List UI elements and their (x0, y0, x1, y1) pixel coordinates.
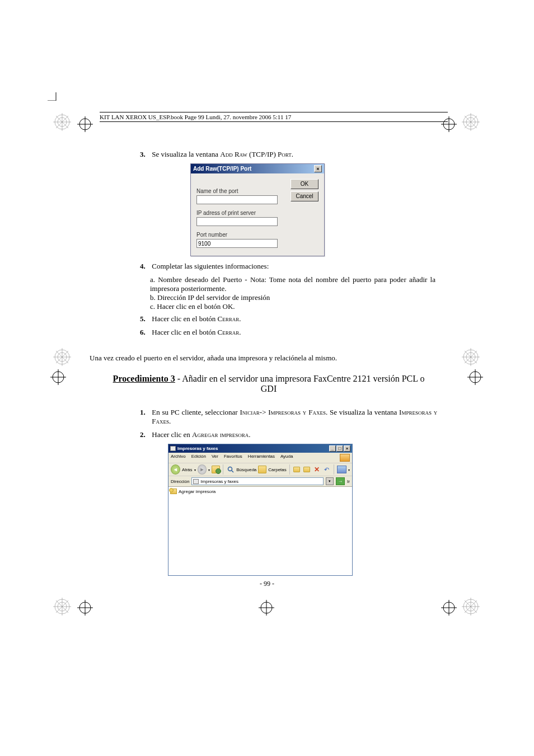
input-port-number[interactable] (196, 239, 278, 248)
dialog-title-text: Add Raw(TCP/IP) Port (193, 166, 251, 172)
window-body: Agregar impresora (168, 487, 352, 575)
up-folder-icon[interactable] (212, 466, 220, 473)
step-4b: b. Dirección IP del servidor de impresió… (150, 293, 435, 302)
add-printer-label: Agregar impresora (179, 489, 216, 494)
window-title-text: Impresoras y faxes (177, 446, 218, 451)
undo-icon[interactable]: ↶ (322, 466, 331, 473)
register-mark-icon (52, 597, 72, 617)
back-button[interactable]: ◄ (171, 464, 180, 475)
copy-to-icon[interactable] (303, 466, 311, 473)
proc3-step-2: 2. Hacer clic en Agregar impresora. (140, 430, 448, 439)
maximize-icon[interactable]: □ (336, 445, 343, 452)
add-printer-icon (170, 489, 177, 494)
menu-ver[interactable]: Ver (212, 454, 218, 462)
step-number: 3. (140, 150, 150, 159)
menu-bar: Archivo Edición Ver Favoritos Herramient… (168, 453, 352, 463)
address-value: Impresoras y faxes (200, 479, 238, 484)
step-text: Se visualiza la ventana Add Raw (TCP/IP)… (152, 150, 437, 159)
printer-icon (193, 479, 199, 484)
folders-icon[interactable] (258, 466, 266, 473)
svg-line-60 (232, 471, 233, 472)
crosshair-mark-icon (259, 600, 274, 616)
step-4a: a. Nombre deseado del Puerto - Nota: Tom… (150, 275, 435, 293)
procedimiento-3-heading: Procedimiento 3 - Añadir en el servidor … (112, 374, 425, 394)
add-printer-item[interactable]: Agregar impresora (170, 489, 350, 494)
toolbar: ◄ Atrás ▾ ► ▾ Búsqueda Carpetas ✕ ↶ ▾ (168, 463, 352, 476)
mid-paragraph: Una vez creado el puerto en el servidor,… (90, 354, 448, 363)
menu-ayuda[interactable]: Ayuda (280, 454, 293, 462)
address-dropdown-icon[interactable]: ▾ (326, 477, 334, 485)
windows-logo-icon (340, 454, 350, 462)
step-text: En su PC cliente, seleccionar Iniciar-> … (152, 408, 437, 426)
move-to-icon[interactable] (293, 466, 301, 473)
address-label: Dirección (171, 479, 189, 484)
printers-faxes-window: Impresoras y faxes _ □ × Archivo Edición… (168, 444, 353, 576)
dialog-titlebar: Add Raw(TCP/IP) Port × (191, 164, 324, 173)
step-6: 6. Hacer clic en el botón Cerrar. (140, 328, 448, 337)
crosshair-mark-icon (441, 600, 457, 616)
step-number: 5. (140, 314, 150, 323)
minimize-icon[interactable]: _ (329, 445, 336, 452)
address-bar: Dirección Impresoras y faxes ▾ → Ir (168, 476, 352, 487)
page-number: - 99 - (0, 580, 534, 588)
step-text: Hacer clic en el botón Cerrar. (152, 314, 437, 323)
svg-point-59 (228, 467, 232, 471)
register-mark-icon (461, 112, 481, 132)
go-label: Ir (347, 479, 350, 484)
window-titlebar: Impresoras y faxes _ □ × (168, 444, 352, 453)
search-label: Búsqueda (236, 467, 256, 472)
delete-icon[interactable]: ✕ (312, 466, 321, 473)
folders-label: Carpetas (268, 467, 286, 472)
printer-icon (170, 446, 176, 451)
menu-archivo[interactable]: Archivo (171, 454, 186, 462)
close-icon[interactable]: × (344, 445, 350, 452)
register-mark-icon (461, 347, 481, 367)
register-mark-icon (461, 597, 481, 617)
crop-mark (48, 90, 59, 101)
step-4c: c. Hacer clic en el botón OK. (150, 302, 435, 311)
page-header: KIT LAN XEROX US_ESP.book Page 99 Lundi,… (100, 112, 448, 122)
menu-favoritos[interactable]: Favoritos (224, 454, 242, 462)
register-mark-icon (52, 347, 72, 367)
step-number: 4. (140, 262, 150, 271)
proc3-step-1: 1. En su PC cliente, seleccionar Iniciar… (140, 408, 448, 426)
step-3: 3. Se visualiza la ventana Add Raw (TCP/… (140, 150, 448, 159)
step-text: Hacer clic en el botón Cerrar. (152, 328, 437, 337)
views-icon[interactable] (337, 466, 346, 473)
label-port-number: Port number (196, 232, 283, 238)
ok-button[interactable]: OK (291, 179, 318, 189)
label-ip-address: IP adress of print server (196, 210, 283, 216)
crosshair-mark-icon (50, 369, 66, 385)
crosshair-mark-icon (77, 600, 93, 616)
go-button[interactable]: → (336, 477, 345, 485)
input-ip-address[interactable] (196, 217, 278, 226)
cancel-button[interactable]: Cancel (291, 191, 318, 201)
crosshair-mark-icon (467, 369, 483, 385)
step-number: 2. (140, 430, 150, 439)
menu-herramientas[interactable]: Herramientas (248, 454, 275, 462)
menu-edicion[interactable]: Edición (191, 454, 206, 462)
register-mark-icon (52, 112, 72, 132)
label-port-name: Name of the port (196, 188, 283, 194)
step-5: 5. Hacer clic en el botón Cerrar. (140, 314, 448, 323)
add-raw-port-dialog: Add Raw(TCP/IP) Port × Name of the port … (190, 163, 325, 256)
step-text: Hacer clic en Agregar impresora. (152, 430, 437, 439)
input-port-name[interactable] (196, 195, 278, 204)
step-4: 4. Completar las siguientes informacione… (140, 262, 448, 271)
address-input[interactable]: Impresoras y faxes (191, 477, 324, 485)
search-icon[interactable] (226, 466, 235, 473)
step-text: Completar las siguientes informaciones: (152, 262, 437, 271)
step-number: 1. (140, 408, 150, 417)
close-icon[interactable]: × (314, 165, 322, 172)
forward-button[interactable]: ► (198, 464, 207, 475)
step-number: 6. (140, 328, 150, 337)
back-label: Atrás (182, 467, 193, 472)
